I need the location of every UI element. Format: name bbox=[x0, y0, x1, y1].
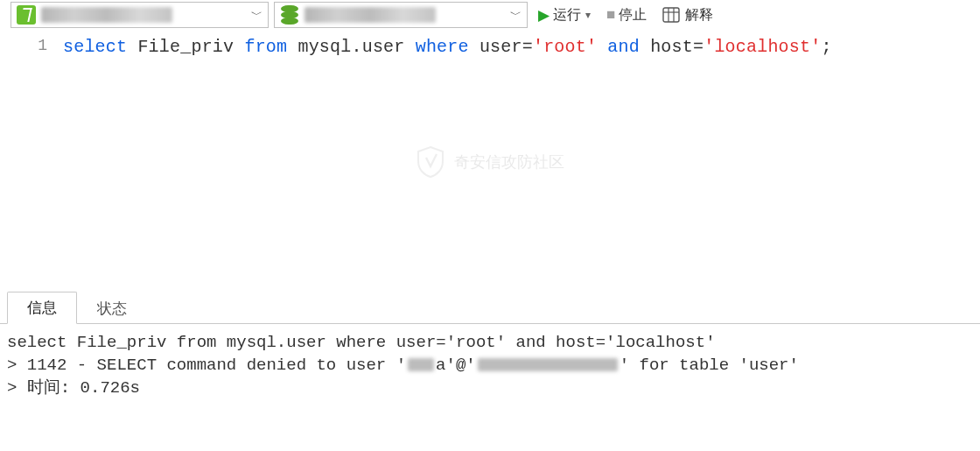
tab-info[interactable]: 信息 bbox=[7, 292, 77, 324]
chevron-down-icon: ﹀ bbox=[251, 7, 262, 23]
database-name-blurred bbox=[304, 7, 436, 23]
output-line2c: ' for table 'user' bbox=[620, 356, 799, 375]
connection-name-blurred bbox=[41, 7, 172, 23]
sql-cond2-lhs: host= bbox=[650, 37, 704, 57]
dropdown-caret-icon: ▾ bbox=[585, 9, 591, 21]
tab-status[interactable]: 状态 bbox=[77, 292, 147, 324]
stop-label: 停止 bbox=[619, 6, 647, 25]
stop-icon: ■ bbox=[606, 7, 615, 22]
stop-button[interactable]: ■ 停止 bbox=[601, 2, 652, 28]
run-label: 运行 bbox=[553, 6, 581, 25]
chevron-down-icon: ﹀ bbox=[510, 7, 522, 23]
output-panel: select File_priv from mysql.user where u… bbox=[0, 324, 980, 406]
sql-tail: ; bbox=[821, 37, 831, 57]
toolbar: ﹀ ﹀ ▶ 运行 ▾ ■ 停止 解释 bbox=[0, 0, 980, 32]
kw-and: and bbox=[597, 37, 650, 57]
sql-editor[interactable]: 1 select File_priv from mysql.user where… bbox=[0, 32, 980, 292]
sql-cond1-lhs: user= bbox=[469, 37, 533, 57]
line-gutter: 1 bbox=[0, 32, 63, 292]
sql-cond2-rhs: 'localhost' bbox=[704, 37, 821, 57]
blurred-host bbox=[478, 358, 618, 371]
output-line2b: a'@' bbox=[436, 356, 476, 375]
explain-label: 解释 bbox=[685, 6, 713, 25]
connection-icon bbox=[17, 5, 36, 25]
output-line3: > 时间: 0.726s bbox=[7, 378, 140, 398]
database-dropdown[interactable]: ﹀ bbox=[274, 2, 528, 28]
play-icon: ▶ bbox=[538, 8, 550, 23]
sql-cond1-rhs: 'root' bbox=[533, 37, 597, 57]
kw-select: select bbox=[63, 37, 127, 57]
line-number: 1 bbox=[0, 37, 47, 54]
explain-button[interactable]: 解释 bbox=[657, 2, 718, 28]
connection-dropdown[interactable]: ﹀ bbox=[10, 2, 269, 28]
kw-from: from bbox=[244, 37, 287, 57]
svg-rect-0 bbox=[663, 8, 679, 22]
explain-icon bbox=[662, 7, 680, 23]
sql-code[interactable]: select File_priv from mysql.user where u… bbox=[63, 32, 980, 292]
blurred-user bbox=[408, 358, 434, 371]
kw-where: where bbox=[416, 37, 469, 57]
output-line2a: > 1142 - SELECT command denied to user ' bbox=[7, 356, 406, 375]
run-button[interactable]: ▶ 运行 ▾ bbox=[533, 2, 596, 28]
result-tabs: 信息 状态 bbox=[0, 292, 980, 324]
sql-tbl: mysql.user bbox=[287, 37, 415, 57]
database-icon bbox=[280, 5, 299, 25]
output-line1: select File_priv from mysql.user where u… bbox=[7, 333, 716, 352]
sql-col: File_priv bbox=[127, 37, 244, 57]
